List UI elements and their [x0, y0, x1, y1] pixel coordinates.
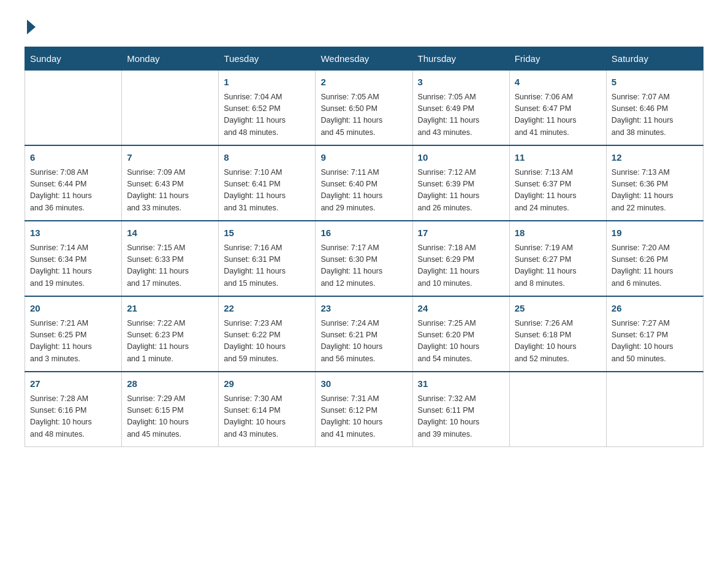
- day-number: 3: [418, 75, 504, 90]
- calendar-cell: 9Sunrise: 7:11 AMSunset: 6:40 PMDaylight…: [316, 145, 412, 221]
- day-header-tuesday: Tuesday: [219, 47, 316, 71]
- day-number: 4: [515, 75, 601, 90]
- day-info: Sunrise: 7:06 AMSunset: 6:47 PMDaylight:…: [515, 91, 601, 139]
- calendar-cell: 6Sunrise: 7:08 AMSunset: 6:44 PMDaylight…: [25, 145, 122, 221]
- calendar-cell: 27Sunrise: 7:28 AMSunset: 6:16 PMDayligh…: [25, 372, 122, 447]
- week-row-2: 6Sunrise: 7:08 AMSunset: 6:44 PMDaylight…: [25, 145, 703, 221]
- day-info: Sunrise: 7:12 AMSunset: 6:39 PMDaylight:…: [418, 167, 504, 215]
- day-info: Sunrise: 7:04 AMSunset: 6:52 PMDaylight:…: [224, 91, 310, 139]
- day-number: 12: [612, 151, 698, 165]
- calendar-cell: 7Sunrise: 7:09 AMSunset: 6:43 PMDaylight…: [122, 145, 219, 221]
- day-number: 10: [418, 151, 504, 165]
- day-number: 7: [127, 151, 213, 165]
- day-info: Sunrise: 7:18 AMSunset: 6:29 PMDaylight:…: [418, 242, 504, 290]
- day-number: 15: [224, 226, 310, 240]
- day-number: 27: [30, 377, 116, 391]
- day-info: Sunrise: 7:08 AMSunset: 6:44 PMDaylight:…: [30, 167, 116, 215]
- day-number: 28: [127, 377, 213, 391]
- calendar-cell: 8Sunrise: 7:10 AMSunset: 6:41 PMDaylight…: [219, 145, 316, 221]
- day-number: 19: [612, 226, 698, 240]
- day-header-wednesday: Wednesday: [316, 47, 412, 71]
- calendar-cell: 25Sunrise: 7:26 AMSunset: 6:18 PMDayligh…: [509, 296, 606, 372]
- day-number: 6: [30, 151, 116, 165]
- calendar-cell: 18Sunrise: 7:19 AMSunset: 6:27 PMDayligh…: [509, 221, 606, 296]
- day-info: Sunrise: 7:27 AMSunset: 6:17 PMDaylight:…: [612, 318, 698, 366]
- calendar-table: SundayMondayTuesdayWednesdayThursdayFrid…: [25, 47, 703, 447]
- week-row-4: 20Sunrise: 7:21 AMSunset: 6:25 PMDayligh…: [25, 296, 703, 372]
- day-info: Sunrise: 7:22 AMSunset: 6:23 PMDaylight:…: [127, 318, 213, 366]
- day-number: 5: [612, 75, 698, 90]
- calendar-cell: 17Sunrise: 7:18 AMSunset: 6:29 PMDayligh…: [412, 221, 509, 296]
- day-number: 24: [418, 302, 504, 316]
- day-number: 21: [127, 302, 213, 316]
- calendar-cell: 2Sunrise: 7:05 AMSunset: 6:50 PMDaylight…: [316, 71, 412, 146]
- calendar-cell: [606, 372, 703, 447]
- day-info: Sunrise: 7:13 AMSunset: 6:37 PMDaylight:…: [515, 167, 601, 215]
- day-info: Sunrise: 7:23 AMSunset: 6:22 PMDaylight:…: [224, 318, 310, 366]
- day-header-saturday: Saturday: [606, 47, 703, 71]
- day-info: Sunrise: 7:09 AMSunset: 6:43 PMDaylight:…: [127, 167, 213, 215]
- day-info: Sunrise: 7:29 AMSunset: 6:15 PMDaylight:…: [127, 393, 213, 441]
- day-info: Sunrise: 7:28 AMSunset: 6:16 PMDaylight:…: [30, 393, 116, 441]
- week-row-1: 1Sunrise: 7:04 AMSunset: 6:52 PMDaylight…: [25, 71, 703, 146]
- day-number: 20: [30, 302, 116, 316]
- day-number: 22: [224, 302, 310, 316]
- calendar-cell: 4Sunrise: 7:06 AMSunset: 6:47 PMDaylight…: [509, 71, 606, 146]
- calendar-cell: 22Sunrise: 7:23 AMSunset: 6:22 PMDayligh…: [219, 296, 316, 372]
- day-info: Sunrise: 7:26 AMSunset: 6:18 PMDaylight:…: [515, 318, 601, 366]
- day-info: Sunrise: 7:19 AMSunset: 6:27 PMDaylight:…: [515, 242, 601, 290]
- day-header-sunday: Sunday: [25, 47, 122, 71]
- day-info: Sunrise: 7:07 AMSunset: 6:46 PMDaylight:…: [612, 91, 698, 139]
- day-number: 1: [224, 75, 310, 90]
- day-number: 23: [320, 302, 407, 316]
- calendar-cell: 20Sunrise: 7:21 AMSunset: 6:25 PMDayligh…: [25, 296, 122, 372]
- calendar-cell: 21Sunrise: 7:22 AMSunset: 6:23 PMDayligh…: [122, 296, 219, 372]
- week-row-3: 13Sunrise: 7:14 AMSunset: 6:34 PMDayligh…: [25, 221, 703, 296]
- day-number: 18: [515, 226, 601, 240]
- calendar-cell: 13Sunrise: 7:14 AMSunset: 6:34 PMDayligh…: [25, 221, 122, 296]
- day-info: Sunrise: 7:16 AMSunset: 6:31 PMDaylight:…: [224, 242, 310, 290]
- day-info: Sunrise: 7:30 AMSunset: 6:14 PMDaylight:…: [224, 393, 310, 441]
- calendar-cell: 23Sunrise: 7:24 AMSunset: 6:21 PMDayligh…: [316, 296, 412, 372]
- day-info: Sunrise: 7:11 AMSunset: 6:40 PMDaylight:…: [320, 167, 407, 215]
- day-number: 30: [320, 377, 407, 391]
- calendar-cell: 28Sunrise: 7:29 AMSunset: 6:15 PMDayligh…: [122, 372, 219, 447]
- day-number: 13: [30, 226, 116, 240]
- calendar-cell: 3Sunrise: 7:05 AMSunset: 6:49 PMDaylight…: [412, 71, 509, 146]
- day-header-friday: Friday: [509, 47, 606, 71]
- page-header: [25, 18, 703, 34]
- day-info: Sunrise: 7:25 AMSunset: 6:20 PMDaylight:…: [418, 318, 504, 366]
- day-info: Sunrise: 7:05 AMSunset: 6:50 PMDaylight:…: [320, 91, 407, 139]
- calendar-cell: [509, 372, 606, 447]
- calendar-cell: 14Sunrise: 7:15 AMSunset: 6:33 PMDayligh…: [122, 221, 219, 296]
- day-info: Sunrise: 7:31 AMSunset: 6:12 PMDaylight:…: [320, 393, 407, 441]
- day-number: 31: [418, 377, 504, 391]
- calendar-cell: 10Sunrise: 7:12 AMSunset: 6:39 PMDayligh…: [412, 145, 509, 221]
- day-info: Sunrise: 7:10 AMSunset: 6:41 PMDaylight:…: [224, 167, 310, 215]
- day-number: 25: [515, 302, 601, 316]
- calendar-cell: 31Sunrise: 7:32 AMSunset: 6:11 PMDayligh…: [412, 372, 509, 447]
- day-info: Sunrise: 7:15 AMSunset: 6:33 PMDaylight:…: [127, 242, 213, 290]
- week-row-5: 27Sunrise: 7:28 AMSunset: 6:16 PMDayligh…: [25, 372, 703, 447]
- day-number: 29: [224, 377, 310, 391]
- day-info: Sunrise: 7:13 AMSunset: 6:36 PMDaylight:…: [612, 167, 698, 215]
- calendar-cell: 26Sunrise: 7:27 AMSunset: 6:17 PMDayligh…: [606, 296, 703, 372]
- days-header-row: SundayMondayTuesdayWednesdayThursdayFrid…: [25, 47, 703, 71]
- day-number: 11: [515, 151, 601, 165]
- day-number: 14: [127, 226, 213, 240]
- day-number: 9: [320, 151, 407, 165]
- calendar-cell: 12Sunrise: 7:13 AMSunset: 6:36 PMDayligh…: [606, 145, 703, 221]
- day-number: 17: [418, 226, 504, 240]
- calendar-cell: 1Sunrise: 7:04 AMSunset: 6:52 PMDaylight…: [219, 71, 316, 146]
- logo-arrow-icon: [27, 20, 36, 34]
- calendar-cell: 24Sunrise: 7:25 AMSunset: 6:20 PMDayligh…: [412, 296, 509, 372]
- calendar-cell: 15Sunrise: 7:16 AMSunset: 6:31 PMDayligh…: [219, 221, 316, 296]
- calendar-cell: 30Sunrise: 7:31 AMSunset: 6:12 PMDayligh…: [316, 372, 412, 447]
- calendar-cell: [122, 71, 219, 146]
- day-number: 26: [612, 302, 698, 316]
- day-number: 8: [224, 151, 310, 165]
- day-header-thursday: Thursday: [412, 47, 509, 71]
- day-header-monday: Monday: [122, 47, 219, 71]
- calendar-cell: 29Sunrise: 7:30 AMSunset: 6:14 PMDayligh…: [219, 372, 316, 447]
- day-info: Sunrise: 7:21 AMSunset: 6:25 PMDaylight:…: [30, 318, 116, 366]
